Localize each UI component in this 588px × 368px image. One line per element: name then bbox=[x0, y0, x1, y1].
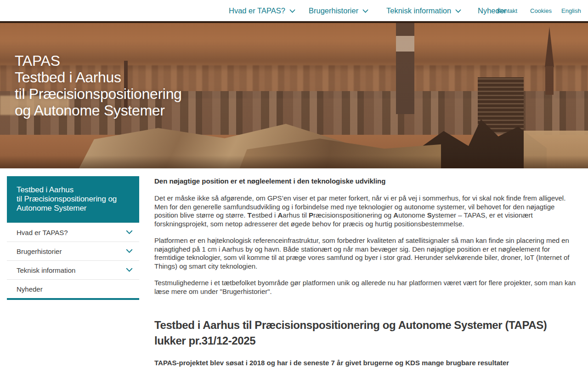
hero-image: TAPAS Testbed i Aarhus til Præcisionspos… bbox=[0, 21, 588, 168]
intro-heading: Den nøjagtige position er et nøgleelemen… bbox=[154, 177, 580, 185]
sidebar-item-label: Hvad er TAPAS? bbox=[17, 229, 68, 236]
hero-title-line: og Autonome Systemer bbox=[15, 102, 182, 119]
sidebar-item-nyheder[interactable]: Nyheder bbox=[7, 279, 139, 298]
content-layout: Testbed i Aarhus til Præcisionspositione… bbox=[0, 168, 588, 368]
chevron-down-icon bbox=[455, 9, 461, 13]
sidebar-header-line: Testbed i Aarhus bbox=[17, 185, 130, 195]
utility-link-kontakt[interactable]: Kontakt bbox=[497, 0, 517, 21]
hero-title-line: Testbed i Aarhus bbox=[15, 69, 182, 86]
main-content: Den nøjagtige position er et nøgleelemen… bbox=[154, 176, 580, 368]
sidebar-item-hvad-er-tapas[interactable]: Hvad er TAPAS? bbox=[7, 223, 139, 242]
paragraph-2: Platformen er en højteknologisk referenc… bbox=[154, 236, 580, 270]
chevron-down-icon bbox=[362, 9, 368, 13]
utility-link-label: English bbox=[561, 7, 581, 14]
sidebar-menu: Hvad er TAPAS? Brugerhistorier Teknisk i… bbox=[7, 223, 139, 300]
nav-item-label: Brugerhistorier bbox=[309, 6, 358, 15]
hero-title: TAPAS Testbed i Aarhus til Præcisionspos… bbox=[15, 52, 182, 119]
utility-link-label: Cookies bbox=[530, 7, 552, 14]
utility-link-cookies[interactable]: Cookies bbox=[530, 0, 552, 21]
paragraph-3: Testmulighederne i et tætbefolket byområ… bbox=[154, 279, 580, 296]
paragraph-1: Det er måske ikke så afgørende, om GPS’e… bbox=[154, 194, 580, 228]
nav-item-hvad-er-tapas[interactable]: Hvad er TAPAS? bbox=[229, 0, 295, 21]
sidebar: Testbed i Aarhus til Præcisionspositione… bbox=[7, 176, 139, 300]
sidebar-item-brugerhistorier[interactable]: Brugerhistorier bbox=[7, 242, 139, 260]
sidebar-header-line: til Præcisionspositionering og bbox=[17, 195, 130, 204]
nav-item-label: Hvad er TAPAS? bbox=[229, 6, 285, 15]
sidebar-item-label: Brugerhistorier bbox=[17, 247, 62, 255]
top-navigation: Hvad er TAPAS? Brugerhistorier Teknisk i… bbox=[0, 0, 588, 21]
sidebar-header-line: Autonome Systemer bbox=[17, 204, 130, 213]
utility-link-label: Kontakt bbox=[497, 7, 517, 14]
nav-item-label: Teknisk information bbox=[386, 6, 451, 15]
chevron-down-icon bbox=[126, 268, 133, 272]
hero-title-line: til Præcisionspositionering bbox=[15, 86, 182, 102]
closing-paragraph: TAPAS-projektet blev søsat i 2018 og har… bbox=[154, 359, 517, 368]
sidebar-item-label: Teknisk information bbox=[17, 266, 75, 274]
nav-item-teknisk-information[interactable]: Teknisk information bbox=[386, 0, 461, 21]
sidebar-item-label: Nyheder bbox=[17, 285, 43, 293]
chevron-down-icon bbox=[126, 249, 133, 253]
utility-link-english[interactable]: English bbox=[561, 0, 581, 21]
chevron-down-icon bbox=[126, 230, 133, 235]
section-heading: Testbed i Aarhus til Præcisionspositione… bbox=[154, 317, 580, 349]
sidebar-item-teknisk-information[interactable]: Teknisk information bbox=[7, 260, 139, 279]
nav-item-brugerhistorier[interactable]: Brugerhistorier bbox=[309, 0, 368, 21]
chevron-down-icon bbox=[289, 9, 295, 13]
sidebar-header[interactable]: Testbed i Aarhus til Præcisionspositione… bbox=[7, 176, 139, 223]
hero-title-line: TAPAS bbox=[15, 52, 182, 69]
